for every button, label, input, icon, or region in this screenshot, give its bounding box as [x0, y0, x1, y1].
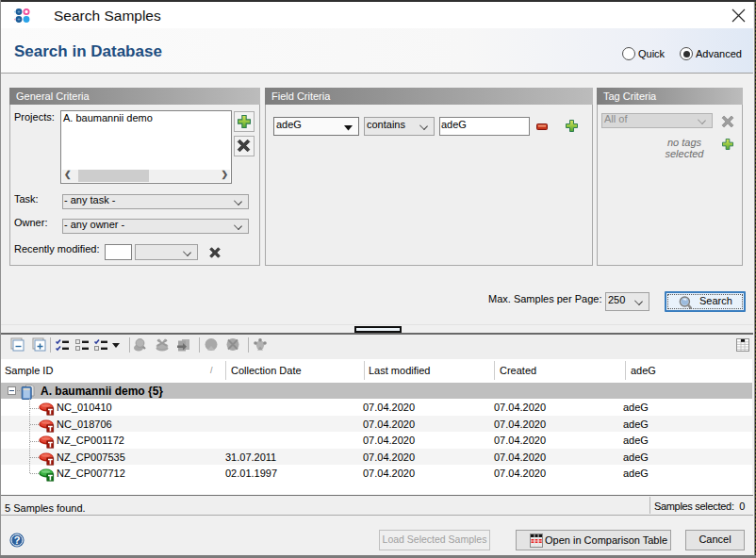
svg-text:?: ?	[14, 534, 21, 546]
